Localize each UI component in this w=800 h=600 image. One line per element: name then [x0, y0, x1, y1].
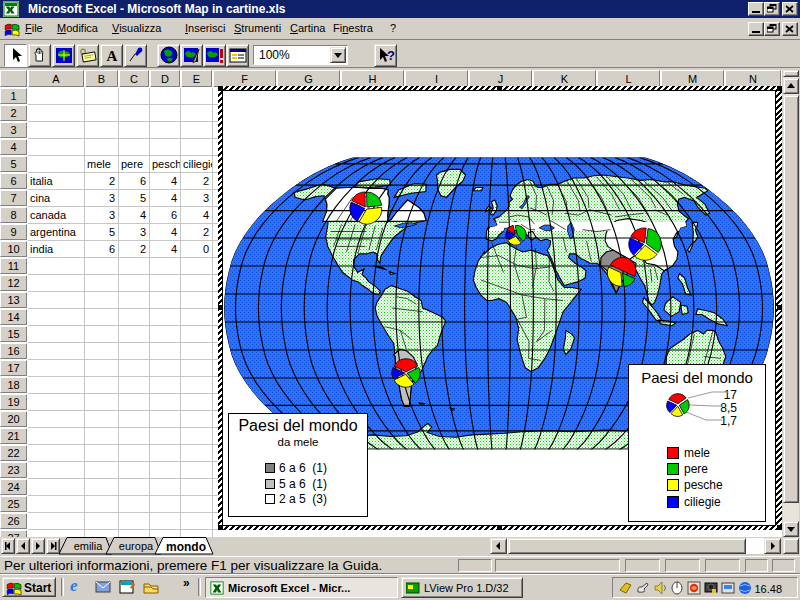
- svg-text:A: A: [107, 48, 118, 64]
- svg-text:mondo: mondo: [166, 540, 206, 554]
- svg-text:europa: europa: [119, 540, 154, 552]
- svg-text:?: ?: [387, 48, 395, 63]
- svg-text:emilia: emilia: [74, 540, 104, 552]
